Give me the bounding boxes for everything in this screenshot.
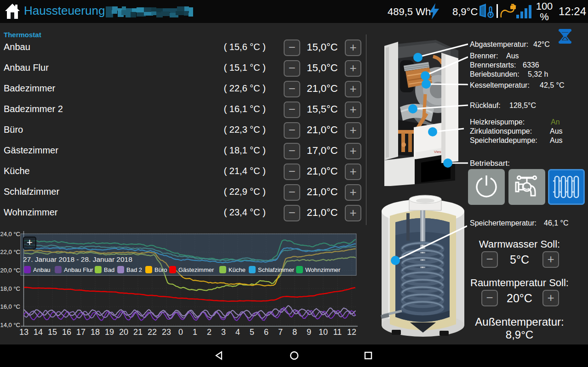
svg-text:12: 12 — [347, 327, 356, 337]
svg-text:Wohnzimmer: Wohnzimmer — [305, 266, 341, 273]
svg-text:22: 22 — [148, 327, 157, 337]
svg-text:5: 5 — [250, 327, 254, 337]
svg-text:Bad 2: Bad 2 — [126, 266, 142, 273]
svg-text:20: 20 — [119, 327, 128, 337]
svg-text:16: 16 — [62, 327, 71, 337]
svg-text:9: 9 — [307, 327, 311, 337]
svg-text:22,0 °C: 22,0 °C — [0, 248, 20, 255]
svg-text:0: 0 — [178, 327, 183, 337]
svg-text:14,0 °C: 14,0 °C — [0, 322, 20, 328]
svg-text:19: 19 — [105, 327, 114, 337]
svg-text:Büro: Büro — [154, 266, 167, 273]
svg-text:14: 14 — [34, 327, 43, 337]
svg-text:18: 18 — [91, 327, 100, 337]
svg-text:Küche: Küche — [228, 266, 245, 273]
svg-text:13: 13 — [19, 327, 29, 337]
svg-text:24,0 °C: 24,0 °C — [0, 231, 20, 237]
svg-text:18,0 °C: 18,0 °C — [0, 285, 20, 292]
svg-text:1: 1 — [193, 327, 197, 337]
svg-text:23: 23 — [162, 327, 171, 337]
svg-text:6: 6 — [264, 327, 268, 337]
svg-text:10: 10 — [319, 327, 328, 337]
svg-text:16,0 °C: 16,0 °C — [0, 303, 20, 310]
svg-text:Anbau Flur: Anbau Flur — [64, 266, 93, 273]
svg-text:+: + — [27, 237, 33, 248]
svg-text:11: 11 — [333, 327, 342, 337]
svg-text:4: 4 — [235, 327, 240, 337]
svg-text:Gästezimmer: Gästezimmer — [178, 266, 214, 273]
svg-text:Bad: Bad — [104, 266, 114, 273]
svg-text:8: 8 — [292, 327, 297, 337]
svg-text:27. Januar 2018 - 28. Januar 2: 27. Januar 2018 - 28. Januar 2018 — [23, 255, 132, 263]
svg-text:3: 3 — [221, 327, 226, 337]
svg-text:Schlafzimmer: Schlafzimmer — [258, 266, 294, 273]
svg-text:7: 7 — [278, 327, 283, 337]
svg-text:17: 17 — [76, 327, 86, 337]
svg-text:Anbau: Anbau — [33, 266, 51, 273]
svg-text:21: 21 — [133, 327, 143, 337]
svg-text:15: 15 — [48, 327, 57, 337]
svg-text:20,0 °C: 20,0 °C — [0, 267, 20, 274]
svg-text:2: 2 — [207, 327, 211, 337]
